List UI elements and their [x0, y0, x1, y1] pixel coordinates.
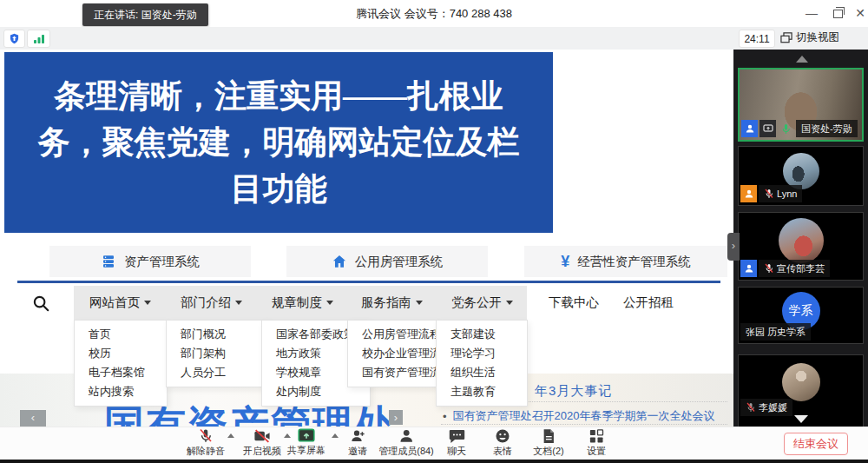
person-icon: [744, 189, 754, 199]
close-button[interactable]: ✕: [849, 0, 868, 27]
chat-button[interactable]: 聊天: [447, 428, 466, 458]
scroll-down-arrow[interactable]: [794, 415, 808, 423]
nav-service[interactable]: 服务指南: [361, 286, 423, 320]
members-icon: [398, 428, 414, 444]
nav-party[interactable]: 党务公开: [451, 286, 513, 320]
menu-item[interactable]: 理论学习: [437, 344, 527, 363]
menu-item[interactable]: 校办企业管理流程: [348, 344, 437, 363]
meeting-timer: 24:11: [739, 30, 775, 48]
news-link[interactable]: 国有资产管理处召开2020年春季学期第一次全处会议: [453, 408, 715, 424]
docs-label: 文档(2): [533, 445, 563, 458]
house-icon: [332, 254, 347, 269]
tencent-meeting-window: 正在讲话: 国资处-劳勋 腾讯会议 会议号：740 288 438 — ✕ 24…: [0, 0, 868, 463]
settings-grid-icon: [589, 428, 604, 444]
housing-system-label: 公用房管理系统: [355, 254, 444, 270]
menu-item[interactable]: 组织生活: [437, 363, 527, 382]
nav-department[interactable]: 部门介绍: [181, 286, 242, 320]
menu-item[interactable]: 站内搜索: [75, 382, 167, 401]
menu-item[interactable]: 主题教育: [437, 382, 527, 401]
menu-item[interactable]: 部门架构: [167, 344, 269, 363]
meeting-info-bar: 24:11 切换视图: [0, 27, 868, 50]
bullet-icon: •: [443, 410, 447, 423]
unmute-label: 解除静音: [187, 445, 225, 458]
emoji-button[interactable]: 表情: [493, 428, 512, 458]
avatar: [783, 153, 819, 189]
person-icon: [744, 263, 754, 274]
carousel-next-button[interactable]: ›: [389, 410, 403, 425]
participant-name: 宣传部李芸: [777, 260, 825, 277]
commercial-system-button[interactable]: ¥ 经营性资产管理系统: [524, 246, 727, 277]
share-options-arrow[interactable]: [332, 433, 339, 438]
video-tile[interactable]: Lynn: [738, 146, 864, 206]
switch-view-icon: [780, 32, 792, 43]
manage-members-button[interactable]: 管理成员(84): [378, 428, 434, 458]
caret-down-icon: [506, 301, 513, 305]
scroll-up-arrow[interactable]: [796, 56, 808, 63]
menu-item[interactable]: 公用房管理流程: [348, 325, 437, 344]
chat-label: 聊天: [447, 445, 466, 458]
chat-icon: [449, 428, 465, 444]
menu-item[interactable]: 人员分工: [167, 363, 269, 382]
search-button[interactable]: [31, 294, 52, 313]
share-screen-icon: [298, 428, 315, 443]
chevron-right-icon: ›: [732, 239, 735, 252]
search-icon: [31, 294, 50, 313]
avatar: [779, 218, 824, 263]
network-status-button[interactable]: [27, 30, 50, 48]
menu-item[interactable]: 支部建设: [437, 325, 527, 344]
participant-name: Lynn: [777, 185, 797, 202]
host-badge: [741, 120, 758, 137]
invite-button[interactable]: 邀请: [348, 428, 367, 458]
housing-system-button[interactable]: 公用房管理系统: [286, 246, 488, 277]
caret-down-icon: [144, 301, 151, 305]
banner-title: 条理清晰，注重实用——扎根业务，聚焦党建，明确网站定位及栏目功能: [4, 73, 553, 213]
end-meeting-button[interactable]: 结束会议: [784, 433, 848, 455]
video-tile-active-speaker[interactable]: 国资处-劳勋: [738, 68, 864, 142]
start-video-button[interactable]: 开启视频: [243, 428, 281, 458]
participant-label: 张园 历史学系: [740, 323, 811, 341]
dropdown-party: 支部建设 理论学习 组织生活 主题教育: [436, 320, 528, 407]
nav-rules[interactable]: 规章制度: [272, 286, 333, 320]
menu-item[interactable]: 电子档案馆: [75, 363, 167, 382]
minimize-button[interactable]: —: [800, 0, 823, 27]
security-status-button[interactable]: [3, 30, 25, 48]
mic-off-icon: [198, 428, 214, 444]
nav-home[interactable]: 网站首页: [89, 286, 151, 320]
window-titlebar: 正在讲话: 国资处-劳勋 腾讯会议 会议号：740 288 438 — ✕: [0, 0, 868, 28]
carousel-right-icon: ›: [394, 411, 398, 424]
nav-download[interactable]: 下载中心: [549, 286, 599, 320]
emoji-label: 表情: [493, 445, 512, 458]
smiley-icon: [495, 428, 510, 444]
settings-button[interactable]: 设置: [587, 428, 606, 458]
document-icon: [542, 428, 556, 444]
manage-members-label: 管理成员(84): [378, 445, 434, 458]
menu-item[interactable]: 首页: [75, 325, 167, 344]
audio-options-arrow[interactable]: [227, 433, 234, 438]
share-screen-button[interactable]: 共享屏幕: [287, 428, 326, 457]
asset-system-label: 资产管理系统: [124, 254, 200, 270]
unmute-button[interactable]: 解除静音: [187, 428, 225, 458]
menu-item[interactable]: 国有资产管理流程: [348, 363, 437, 382]
share-screen-label: 共享屏幕: [287, 444, 326, 457]
meeting-toolbar: [0, 427, 868, 461]
caret-down-icon: [416, 301, 423, 305]
restore-button[interactable]: [826, 0, 849, 27]
asset-system-button[interactable]: 资产管理系统: [49, 246, 251, 277]
signal-bars-icon: [33, 34, 45, 44]
menu-item[interactable]: 校历: [75, 344, 167, 363]
docs-button[interactable]: 文档(2): [533, 428, 563, 458]
minimize-icon: —: [806, 6, 818, 20]
screen-share-icon: [763, 124, 773, 134]
member-badge: [740, 185, 757, 202]
news-link[interactable]: 年3月大事记: [535, 383, 612, 400]
video-tile[interactable]: 宣传部李芸: [738, 212, 864, 281]
window-title: 腾讯会议 会议号：740 288 438: [304, 0, 564, 27]
dropdown-department: 部门概况 部门架构 人员分工: [166, 320, 270, 387]
video-tile[interactable]: 学系 张园 历史学系: [738, 287, 864, 344]
menu-item[interactable]: 部门概况: [167, 325, 269, 344]
sidebar-collapse-handle[interactable]: ›: [727, 233, 740, 261]
carousel-prev-button[interactable]: ‹: [20, 410, 46, 427]
switch-view-button[interactable]: 切换视图: [780, 30, 839, 46]
nav-leasing[interactable]: 公开招租: [623, 286, 674, 320]
dropdown-service: 公用房管理流程 校办企业管理流程 国有资产管理流程: [347, 320, 438, 387]
